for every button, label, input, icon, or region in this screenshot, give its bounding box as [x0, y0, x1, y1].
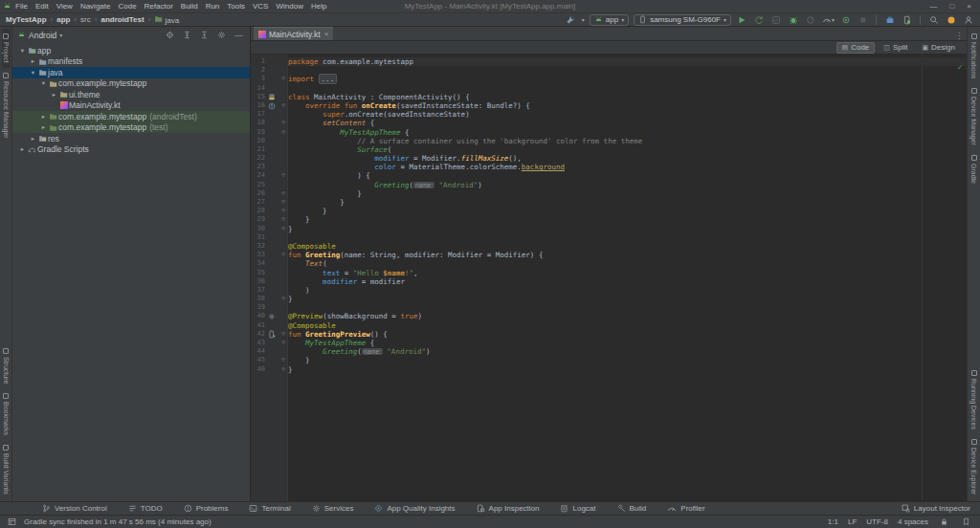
- project-view-selector[interactable]: Android: [29, 31, 56, 40]
- expand-all-button[interactable]: [181, 30, 193, 41]
- close-button[interactable]: ×: [967, 2, 971, 11]
- tree-row-manifests[interactable]: ▸manifests: [12, 56, 250, 68]
- code-line-16[interactable]: 16⊖ override fun onCreate(savedInstanceS…: [251, 101, 967, 110]
- tree-expand-arrow[interactable]: ▸: [39, 113, 48, 121]
- tool-window-button-notifications[interactable]: Notifications: [969, 29, 978, 83]
- code-line-39[interactable]: 39: [251, 303, 967, 312]
- menu-tools[interactable]: Tools: [223, 2, 249, 11]
- tool-window-button-app-quality-insights[interactable]: App Quality Insights: [374, 504, 455, 513]
- menu-refactor[interactable]: Refactor: [141, 2, 177, 11]
- hide-panel-button[interactable]: —: [233, 30, 245, 41]
- code-line-46[interactable]: 46⊖}: [251, 365, 967, 374]
- tool-window-button-profiler[interactable]: Profiler: [667, 504, 704, 514]
- code-line-29[interactable]: 29⊖ }: [251, 215, 967, 224]
- breadcrumb-src[interactable]: src: [80, 15, 91, 24]
- sync-project-button[interactable]: [565, 14, 577, 26]
- fold-marker-icon[interactable]: ⊖: [278, 171, 288, 180]
- code-line-27[interactable]: 27⊖ }: [251, 198, 967, 207]
- tool-window-button-resource-manager[interactable]: Resource Manager: [2, 68, 11, 143]
- class-marker-icon[interactable]: [268, 93, 276, 100]
- locate-file-button[interactable]: [164, 30, 176, 41]
- view-code-button[interactable]: ▤Code: [836, 42, 876, 54]
- fold-marker-icon[interactable]: ⊖: [278, 198, 288, 207]
- tool-window-button-version-control[interactable]: Version Control: [42, 504, 107, 513]
- tool-window-button-project[interactable]: Project: [2, 29, 11, 68]
- run-config-selector[interactable]: app▾: [590, 14, 629, 26]
- code-line-18[interactable]: 18⊖ setContent {: [251, 119, 967, 127]
- menu-edit[interactable]: Edit: [32, 2, 53, 11]
- tree-expand-arrow[interactable]: ▾: [18, 47, 27, 55]
- view-split-button[interactable]: ◫Split: [878, 42, 913, 54]
- tree-expand-arrow[interactable]: ▾: [39, 79, 48, 87]
- code-line-45[interactable]: 45⊖ }: [251, 356, 967, 364]
- tree-expand-arrow[interactable]: ▸: [39, 123, 48, 131]
- menu-build[interactable]: Build: [177, 2, 202, 11]
- fold-marker-icon[interactable]: ⊖: [278, 207, 288, 215]
- preview-settings-icon[interactable]: [268, 313, 276, 320]
- status-encoding[interactable]: UTF-8: [866, 517, 888, 526]
- code-line-42[interactable]: 42⊖fun GreetingPreview() {: [251, 330, 967, 339]
- tree-row-com-example-mytestapp[interactable]: ▾com.example.mytestapp: [12, 78, 250, 90]
- code-line-20[interactable]: 20 // A surface container using the 'bac…: [251, 137, 967, 145]
- tree-row-app[interactable]: ▾app: [12, 45, 250, 56]
- tool-window-button-services[interactable]: Services: [312, 504, 354, 513]
- code-line-19[interactable]: 19⊖ MyTestAppTheme {: [251, 128, 967, 137]
- tab-mainactivity[interactable]: MainActivity.kt ×: [254, 27, 333, 40]
- fold-marker-icon[interactable]: ⊖: [278, 295, 288, 303]
- status-line-separator[interactable]: LF: [848, 517, 857, 526]
- pair-device-button[interactable]: [901, 14, 913, 26]
- tool-window-button-terminal[interactable]: Terminal: [249, 504, 290, 513]
- code-line-24[interactable]: 24⊖ ) {: [251, 171, 967, 180]
- search-everywhere-button[interactable]: [927, 14, 940, 26]
- code-line-25[interactable]: 25 Greeting(name: "Android"): [251, 181, 967, 189]
- tree-expand-arrow[interactable]: ▸: [29, 135, 37, 143]
- apply-changes-button[interactable]: [753, 14, 766, 26]
- fold-marker-icon[interactable]: ⊖: [278, 189, 288, 198]
- bookmark-icon[interactable]: [960, 517, 972, 528]
- tool-window-button-device-explorer[interactable]: Device Explorer: [969, 434, 978, 499]
- tool-window-button-device-manager[interactable]: Device Manager: [969, 83, 978, 150]
- code-line-41[interactable]: 41@Composable: [251, 321, 967, 330]
- tree-row-gradle-scripts[interactable]: ▸Gradle Scripts: [12, 144, 250, 156]
- tree-expand-arrow[interactable]: ▸: [18, 145, 27, 153]
- tool-window-button-build-variants[interactable]: Build Variants: [2, 440, 11, 499]
- fold-marker-icon[interactable]: ⊖: [278, 365, 288, 374]
- code-line-2[interactable]: 2: [251, 66, 967, 75]
- code-line-38[interactable]: 38⊖}: [251, 295, 967, 303]
- code-line-31[interactable]: 31: [251, 233, 967, 242]
- fold-marker-icon[interactable]: ⊖: [278, 128, 288, 137]
- breadcrumb-mytestapp[interactable]: MyTestApp: [6, 15, 47, 24]
- tool-window-button-app-inspection[interactable]: App Inspection: [477, 504, 540, 513]
- fold-marker-icon[interactable]: ⊖: [278, 215, 288, 224]
- code-line-34[interactable]: 34 Text(: [251, 259, 967, 268]
- view-design-button[interactable]: ▣Design: [916, 42, 961, 54]
- tree-row-com-example-mytestapp-test[interactable]: ▸com.example.mytestapp(test): [12, 122, 250, 134]
- tree-row-ui-theme[interactable]: ▸ui.theme: [12, 89, 250, 100]
- code-line-23[interactable]: 23 color = MaterialTheme.colorScheme.bac…: [251, 163, 967, 171]
- code-line-35[interactable]: 35 text = "Hello $name!",: [251, 269, 967, 277]
- fold-marker-icon[interactable]: ⊖: [278, 339, 288, 347]
- code-line-1[interactable]: 1package com.example.mytestapp: [251, 57, 967, 66]
- code-line-3[interactable]: 3⊖import ...: [251, 75, 967, 83]
- menu-file[interactable]: File: [11, 2, 32, 11]
- code-line-40[interactable]: 40@Preview(showBackground = true): [251, 312, 967, 320]
- tree-expand-arrow[interactable]: ▾: [29, 69, 37, 77]
- run-configurations-button[interactable]: [839, 14, 852, 26]
- fold-marker-icon[interactable]: ⊖: [278, 119, 288, 127]
- minimize-button[interactable]: —: [929, 2, 937, 11]
- profile-avatar-button[interactable]: [962, 14, 974, 26]
- menu-help[interactable]: Help: [307, 2, 330, 11]
- code-line-44[interactable]: 44 Greeting(name: "Android"): [251, 347, 967, 356]
- status-caret-position[interactable]: 1:1: [828, 517, 838, 526]
- tool-window-button-problems[interactable]: Problems: [184, 504, 229, 513]
- fold-marker-icon[interactable]: ⊖: [278, 356, 288, 364]
- tool-window-button-bookmarks[interactable]: Bookmarks: [2, 388, 11, 440]
- fold-marker-icon[interactable]: ⊖: [278, 330, 288, 339]
- code-editor[interactable]: 1package com.example.mytestapp23⊖import …: [251, 55, 967, 501]
- menu-view[interactable]: View: [53, 2, 77, 11]
- sync-status-button[interactable]: [945, 14, 957, 26]
- code-line-26[interactable]: 26⊖ }: [251, 189, 967, 198]
- breadcrumb-java[interactable]: java: [154, 14, 179, 25]
- apply-code-changes-button[interactable]: [770, 14, 783, 26]
- tool-window-switcher-icon[interactable]: [8, 517, 16, 526]
